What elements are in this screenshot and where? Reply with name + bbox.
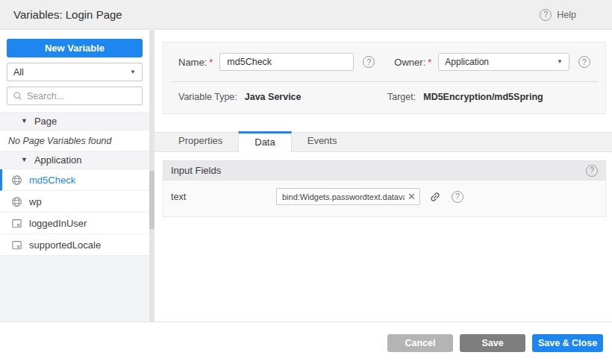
variables-dialog: Variables: Login Page ? Help New Variabl…: [0, 0, 612, 364]
tree-item-wp[interactable]: wp: [0, 191, 149, 213]
field-name: text: [171, 192, 276, 202]
detail-tabbar: Properties Data Events: [154, 132, 612, 152]
expander-down-icon: ▼: [21, 157, 28, 163]
save-and-close-button[interactable]: Save & Close: [532, 334, 603, 352]
variable-detail-panel: Name: * ? Owner: * Application ▼ ? Varia…: [154, 31, 612, 321]
expander-down-icon: ▼: [21, 118, 28, 125]
search-input[interactable]: [27, 91, 137, 101]
model-variable-icon: [11, 218, 22, 229]
target-label: Target:: [387, 92, 416, 102]
group-label: Application: [34, 154, 82, 166]
name-label: Name:: [178, 57, 207, 68]
tree-group-application[interactable]: ▼ Application: [0, 151, 149, 169]
owner-label: Owner:: [394, 57, 425, 68]
tab-events[interactable]: Events: [292, 131, 353, 151]
sidebar-scrollbar[interactable]: [149, 31, 154, 321]
link-icon: [427, 188, 444, 205]
service-variable-icon: [11, 196, 22, 207]
item-label: wp: [29, 196, 42, 207]
dialog-header: Variables: Login Page ? Help: [0, 0, 612, 30]
page-title: Variables: Login Page: [13, 8, 122, 21]
bind-expression-value: bind:Widgets.passwordtext.datavalue: [282, 192, 405, 201]
owner-select[interactable]: Application ▼: [438, 53, 569, 71]
save-button[interactable]: Save: [460, 334, 525, 352]
chevron-down-icon: ▼: [130, 69, 136, 75]
clear-icon[interactable]: ✕: [408, 192, 416, 201]
help-link[interactable]: ? Help: [540, 9, 576, 21]
variable-filter-select[interactable]: All ▼: [7, 63, 143, 81]
variable-type-label: Variable Type:: [178, 92, 237, 102]
chevron-down-icon: ▼: [557, 59, 563, 65]
field-help-icon[interactable]: ?: [452, 191, 463, 203]
variable-summary-panel: Name: * ? Owner: * Application ▼ ? Varia…: [163, 42, 606, 114]
tab-data[interactable]: Data: [238, 131, 291, 152]
tab-properties[interactable]: Properties: [163, 131, 238, 151]
input-fields-header: Input Fields ?: [163, 160, 606, 181]
filter-selected-value: All: [13, 67, 24, 78]
bind-expression-input[interactable]: bind:Widgets.passwordtext.datavalue ✕: [276, 188, 420, 205]
tree-item-md5check[interactable]: md5Check: [0, 169, 149, 191]
search-icon: [13, 91, 22, 101]
item-label: md5Check: [29, 175, 75, 186]
item-label: supportedLocale: [29, 239, 101, 251]
required-marker: *: [209, 57, 213, 68]
name-input[interactable]: [219, 53, 354, 71]
bind-link-button[interactable]: [429, 191, 441, 203]
tree-item-loggedinuser[interactable]: loggedInUser: [0, 213, 149, 234]
required-marker: *: [428, 57, 431, 68]
input-fields-help-icon[interactable]: ?: [586, 165, 598, 177]
tree-group-page[interactable]: ▼ Page: [0, 112, 149, 131]
dialog-footer: Cancel Save Save & Close: [0, 321, 612, 364]
section-title: Input Fields: [171, 165, 221, 176]
input-field-row-text: text bind:Widgets.passwordtext.datavalue…: [171, 188, 598, 205]
page-empty-message: No Page Variables found: [0, 131, 149, 151]
variable-search[interactable]: [7, 87, 143, 105]
new-variable-button[interactable]: New Variable: [7, 39, 143, 57]
service-variable-icon: [11, 175, 22, 186]
group-label: Page: [34, 116, 57, 127]
owner-selected-value: Application: [445, 57, 489, 67]
input-fields-body: text bind:Widgets.passwordtext.datavalue…: [163, 181, 606, 217]
variables-sidebar: New Variable All ▼ ▼ Page No Page Variab…: [0, 31, 149, 321]
cancel-button[interactable]: Cancel: [387, 334, 453, 352]
name-help-icon[interactable]: ?: [363, 56, 375, 68]
variables-tree: ▼ Page No Page Variables found ▼ Applica…: [0, 112, 149, 256]
target-value: MD5Encryption/md5Spring: [423, 92, 543, 102]
input-fields-section: Input Fields ? text bind:Widgets.passwor…: [163, 160, 606, 217]
model-variable-icon: [11, 239, 22, 251]
owner-help-icon[interactable]: ?: [578, 56, 590, 68]
help-label: Help: [557, 10, 576, 20]
variable-type-value: Java Service: [245, 92, 302, 102]
tree-item-supportedlocale[interactable]: supportedLocale: [0, 234, 149, 256]
sidebar-filler: [0, 256, 149, 321]
item-label: loggedInUser: [29, 218, 87, 229]
help-icon: ?: [540, 9, 552, 21]
scrollbar-thumb[interactable]: [149, 171, 154, 229]
